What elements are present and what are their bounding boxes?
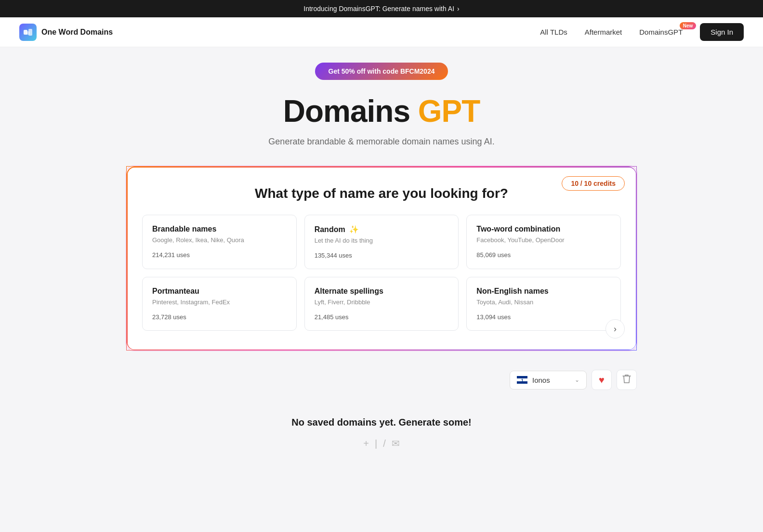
name-card-brandable-subtitle: Google, Rolex, Ikea, Nike, Quora [152, 236, 287, 244]
name-card-random-uses: 135,344 uses [315, 252, 449, 259]
decorative-icon-line: | [375, 438, 377, 449]
name-card-portmanteau-subtitle: Pinterest, Instagram, FedEx [152, 298, 287, 306]
new-badge: New [680, 22, 697, 29]
name-card-brandable-uses: 214,231 uses [152, 251, 287, 259]
nav-domainsgpt-wrapper: DomainsGPT New [639, 28, 683, 36]
promo-pill[interactable]: Get 50% off with code BFCM2024 [315, 63, 448, 80]
svg-text:1: 1 [521, 378, 524, 383]
decorative-icon-slash: / [383, 438, 386, 449]
name-card-portmanteau[interactable]: Portmanteau Pinterest, Instagram, FedEx … [142, 277, 297, 331]
logo-icon [19, 24, 37, 41]
trash-icon [622, 374, 631, 386]
name-card-non-english-uses: 13,094 uses [476, 313, 611, 321]
main-content: Get 50% off with code BFCM2024 Domains G… [0, 47, 763, 459]
name-card-brandable[interactable]: Brandable names Google, Rolex, Ikea, Nik… [142, 215, 297, 269]
announcement-arrow: › [457, 5, 460, 13]
name-card-alternate-title: Alternate spellings [315, 287, 449, 296]
name-card-random-title: Random ✨ [315, 225, 449, 234]
nav-all-tlds[interactable]: All TLDs [540, 28, 567, 36]
logo-area[interactable]: One Word Domains [19, 24, 113, 41]
hero-title-part1: Domains [283, 94, 418, 129]
hero-subtitle: Generate brandable & memorable domain na… [268, 137, 494, 147]
trash-button[interactable] [617, 370, 637, 390]
logo-text: One Word Domains [41, 28, 113, 37]
nav-links: All TLDs Aftermarket DomainsGPT New Sign… [540, 23, 744, 41]
panel-title: What type of name are you looking for? [142, 186, 621, 201]
next-arrow-button[interactable]: › [605, 319, 625, 338]
no-saved-section: No saved domains yet. Generate some! + |… [282, 407, 481, 459]
heart-button[interactable]: ♥ [592, 370, 612, 390]
heart-icon: ♥ [599, 375, 605, 386]
name-card-two-word-uses: 85,069 uses [476, 251, 611, 259]
announcement-bar[interactable]: Introducing DomainsGPT: Generate names w… [0, 0, 763, 17]
no-saved-icons: + | / ✉ [291, 438, 471, 449]
name-cards-grid: Brandable names Google, Rolex, Ikea, Nik… [142, 215, 621, 331]
hero-title: Domains GPT [283, 93, 480, 129]
name-card-non-english-subtitle: Toyota, Audi, Nissan [476, 298, 611, 306]
decorative-icon-plus: + [363, 438, 369, 449]
name-card-two-word[interactable]: Two-word combination Facebook, YouTube, … [466, 215, 621, 269]
name-card-brandable-title: Brandable names [152, 225, 287, 234]
name-card-portmanteau-uses: 23,728 uses [152, 313, 287, 321]
nav-aftermarket[interactable]: Aftermarket [585, 28, 622, 36]
hero-title-gpt: GPT [418, 94, 480, 129]
no-saved-text: No saved domains yet. Generate some! [291, 417, 471, 428]
name-card-non-english[interactable]: Non-English names Toyota, Audi, Nissan 1… [466, 277, 621, 331]
name-card-random[interactable]: Random ✨ Let the AI do its thing 135,344… [304, 215, 459, 269]
name-card-two-word-subtitle: Facebook, YouTube, OpenDoor [476, 236, 611, 244]
sparkle-icon: ✨ [349, 225, 359, 234]
navbar: One Word Domains All TLDs Aftermarket Do… [0, 17, 763, 47]
bottom-toolbar: 1 Ionos ⌄ ♥ [126, 370, 637, 390]
name-card-alternate-uses: 21,485 uses [315, 313, 449, 321]
nav-domainsgpt[interactable]: DomainsGPT [639, 28, 683, 36]
sign-in-button[interactable]: Sign In [700, 23, 744, 41]
registrar-name: Ionos [532, 376, 570, 384]
name-card-random-subtitle: Let the AI do its thing [315, 237, 449, 244]
registrar-select[interactable]: 1 Ionos ⌄ [510, 371, 587, 389]
card-panel: 10 / 10 credits What type of name are yo… [126, 166, 637, 350]
registrar-flag-icon: 1 [517, 376, 527, 384]
name-card-portmanteau-title: Portmanteau [152, 287, 287, 296]
name-card-alternate[interactable]: Alternate spellings Lyft, Fiverr, Dribbb… [304, 277, 459, 331]
chevron-down-icon: ⌄ [575, 376, 579, 383]
name-card-alternate-subtitle: Lyft, Fiverr, Dribbble [315, 298, 449, 306]
decorative-icon-envelope: ✉ [392, 438, 400, 449]
credits-button[interactable]: 10 / 10 credits [562, 176, 625, 191]
name-card-non-english-title: Non-English names [476, 287, 611, 296]
announcement-text: Introducing DomainsGPT: Generate names w… [303, 5, 454, 13]
svg-rect-2 [26, 31, 30, 35]
next-arrow-icon: › [614, 324, 617, 334]
name-card-two-word-title: Two-word combination [476, 225, 611, 234]
